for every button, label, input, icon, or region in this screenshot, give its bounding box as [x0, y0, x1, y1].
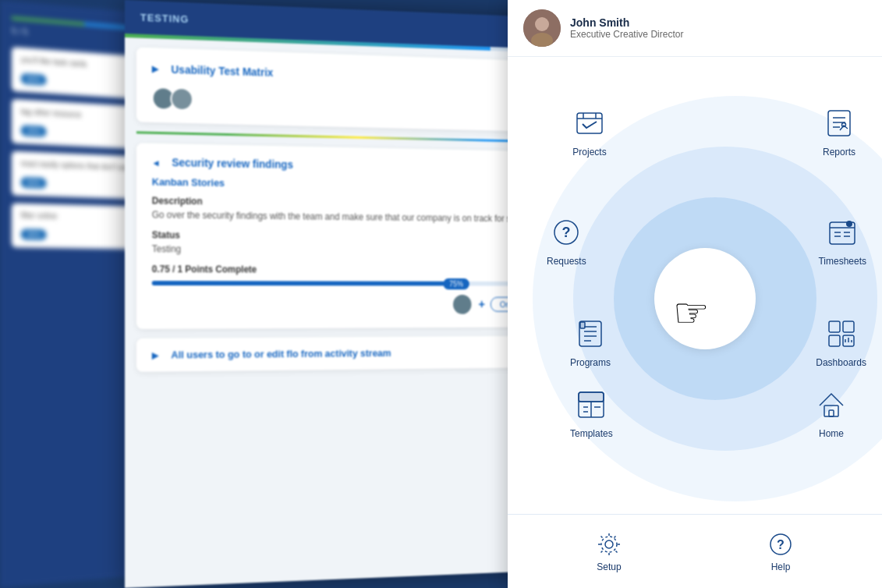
user-name: John Smith — [570, 16, 683, 29]
card-usability: ▶ Usability Test Matrix 75% — [136, 48, 566, 133]
divider-line — [136, 131, 566, 143]
help-icon: ? — [767, 530, 795, 558]
svg-rect-30 — [843, 321, 854, 332]
kanban-badge-1: 60% — [21, 73, 47, 86]
bottom-nav-bar: Setup ? Help — [508, 514, 882, 588]
nav-wheel-area: Projects Reports ? — [508, 57, 882, 540]
status-label: Status — [152, 229, 552, 243]
nav-item-dashboards[interactable]: Dashboards — [816, 314, 866, 368]
nav-item-reports[interactable]: Reports — [820, 104, 859, 158]
progress-row: 75% — [152, 281, 552, 286]
card-usability-row: ▶ Usability Test Matrix 75% — [152, 60, 552, 90]
user-info: John Smith Executive Creative Director — [570, 16, 683, 40]
nav-item-programs[interactable]: Programs — [570, 314, 611, 368]
card-avatar — [452, 293, 473, 316]
progress-thumb: 75% — [444, 278, 469, 289]
svg-rect-44 — [829, 410, 834, 416]
description-value: Go over the security findings with the t… — [152, 207, 552, 225]
svg-point-46 — [601, 537, 617, 552]
avatars — [152, 87, 189, 111]
projects-label: Projects — [572, 147, 606, 158]
cursor-hand-icon: ☞ — [673, 289, 710, 336]
avatar-2 — [170, 87, 193, 112]
progress-track: 75% — [152, 281, 552, 286]
svg-point-11 — [842, 123, 846, 127]
svg-text:?: ? — [562, 225, 571, 240]
card-all-users: ▶ All users to go to or edit flo from ac… — [136, 335, 566, 371]
programs-label: Programs — [570, 357, 611, 368]
nav-item-help[interactable]: ? Help — [767, 530, 795, 572]
security-subtitle: Kanban Stories — [152, 176, 552, 194]
reports-label: Reports — [823, 147, 855, 158]
user-header: John Smith Executive Creative Director — [508, 0, 882, 57]
user-role: Executive Creative Director — [570, 29, 683, 40]
expand-arrow-icon[interactable]: ▼ — [151, 159, 162, 168]
kanban-badge-2: 25% — [21, 125, 47, 136]
nav-item-templates[interactable]: Templates — [570, 385, 613, 439]
templates-icon — [572, 385, 611, 424]
card-usability-avatars-row — [152, 87, 552, 120]
projects-icon — [570, 104, 609, 143]
home-icon — [812, 385, 851, 424]
svg-point-45 — [605, 540, 613, 548]
svg-point-1 — [535, 17, 549, 31]
panel-title: TESTING — [140, 12, 189, 25]
nav-item-projects[interactable]: Projects — [570, 104, 609, 158]
requests-icon: ? — [547, 213, 586, 252]
svg-rect-28 — [580, 322, 585, 328]
help-label: Help — [771, 561, 791, 572]
card-bottom-row: + On Track ⟐ — [152, 293, 552, 317]
svg-rect-3 — [577, 113, 602, 133]
svg-rect-29 — [829, 321, 840, 332]
svg-rect-37 — [579, 392, 604, 402]
security-title: Security review findings — [172, 156, 293, 171]
card-security: ▼ Security review findings Kanban Storie… — [136, 143, 566, 329]
requests-label: Requests — [547, 256, 586, 267]
kanban-badge-3: 50% — [21, 177, 47, 189]
dashboards-label: Dashboards — [816, 357, 866, 368]
right-nav-panel: John Smith Executive Creative Director P… — [508, 0, 882, 588]
status-value: Testing — [152, 242, 552, 258]
reports-icon — [820, 104, 859, 143]
card3-title: All users to go to or edit flo from acti… — [171, 347, 391, 360]
add-user-button[interactable]: + — [479, 298, 485, 311]
nav-item-home[interactable]: Home — [812, 385, 851, 439]
programs-icon — [571, 314, 610, 353]
setup-icon — [595, 530, 623, 558]
card3-title-row: ▶ All users to go to or edit flo from ac… — [152, 346, 552, 361]
svg-rect-43 — [824, 406, 838, 416]
nav-item-requests[interactable]: ? Requests — [547, 213, 586, 267]
security-title-row: ▼ Security review findings — [152, 156, 552, 179]
svg-rect-7 — [828, 111, 850, 136]
progress-fill — [152, 281, 456, 285]
points-label: 0.75 / 1 Points Complete — [152, 264, 552, 275]
kanban-badge-4: 30% — [21, 229, 47, 240]
avatar — [523, 9, 561, 47]
collapse-arrow-icon[interactable]: ▶ — [152, 63, 159, 74]
nav-item-setup[interactable]: Setup — [595, 530, 623, 572]
templates-label: Templates — [570, 428, 613, 439]
nav-item-timesheets[interactable]: Timesheets — [818, 213, 866, 267]
dashboards-icon — [822, 314, 861, 353]
home-label: Home — [819, 428, 844, 439]
svg-text:?: ? — [777, 538, 785, 551]
card3-collapse-icon[interactable]: ▶ — [152, 349, 159, 360]
card-usability-title: Usability Test Matrix — [171, 63, 273, 79]
timesheets-label: Timesheets — [818, 256, 866, 267]
setup-label: Setup — [597, 561, 621, 572]
timesheets-icon — [823, 213, 862, 252]
svg-rect-31 — [829, 335, 840, 346]
